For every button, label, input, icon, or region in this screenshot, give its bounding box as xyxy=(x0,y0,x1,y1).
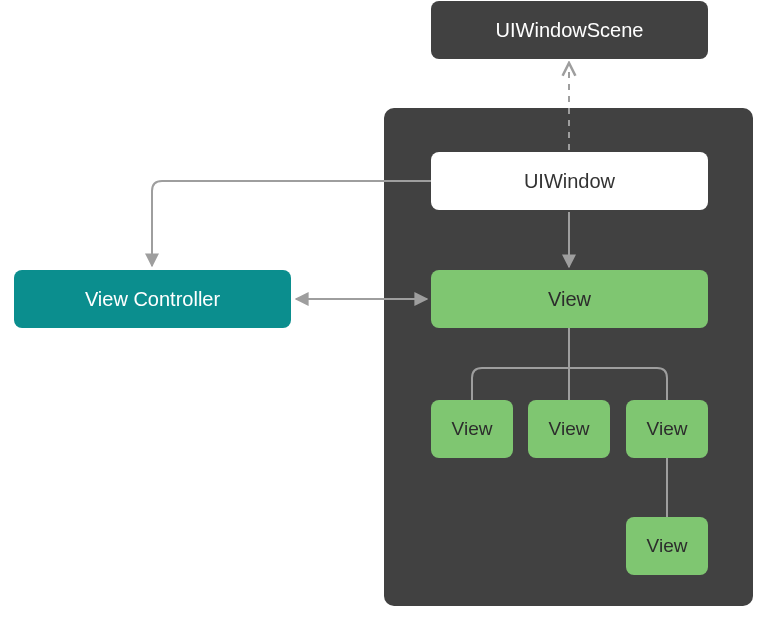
node-grandchild-view: View xyxy=(626,517,708,575)
label-child-view-1: View xyxy=(452,418,493,440)
node-root-view: View xyxy=(431,270,708,328)
label-grandchild-view: View xyxy=(647,535,688,557)
node-uiwindow: UIWindow xyxy=(431,152,708,210)
node-child-view-1: View xyxy=(431,400,513,458)
node-child-view-2: View xyxy=(528,400,610,458)
node-child-view-3: View xyxy=(626,400,708,458)
node-view-controller: View Controller xyxy=(14,270,291,328)
label-child-view-3: View xyxy=(647,418,688,440)
node-uiwindowscene: UIWindowScene xyxy=(431,1,708,59)
label-uiwindowscene: UIWindowScene xyxy=(496,19,644,42)
label-root-view: View xyxy=(548,288,591,311)
label-view-controller: View Controller xyxy=(85,288,220,311)
label-uiwindow: UIWindow xyxy=(524,170,615,193)
label-child-view-2: View xyxy=(549,418,590,440)
